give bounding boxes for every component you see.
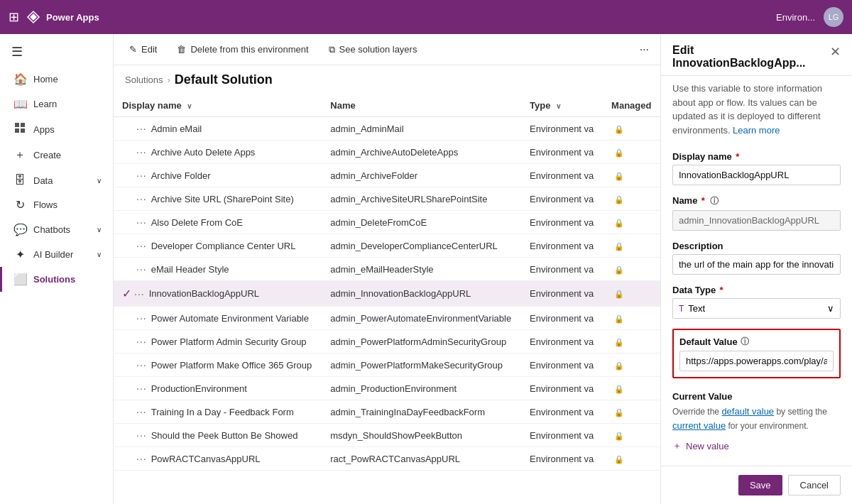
row-menu-button[interactable]: ··· — [136, 146, 147, 158]
breadcrumb-solutions-link[interactable]: Solutions — [125, 75, 163, 85]
cell-name: admin_AdminMail — [322, 117, 521, 141]
cell-name: admin_ArchiveAutoDeleteApps — [322, 141, 521, 164]
table-row[interactable]: ···Should the Peek Button Be Showedmsdyn… — [114, 424, 660, 447]
delete-button[interactable]: 🗑 Delete from this environment — [173, 41, 312, 57]
chevron-down-icon: ∨ — [97, 177, 102, 185]
table-row[interactable]: ···eMail Header Styleadmin_eMailHeaderSt… — [114, 258, 660, 281]
lock-icon: 🔒 — [614, 265, 624, 274]
cell-name: admin_PowerAutomateEnvironmentVariable — [322, 307, 521, 330]
data-type-select[interactable]: T Text ∨ — [672, 298, 841, 319]
col-display-name[interactable]: Display name ∨ — [114, 94, 322, 117]
display-name-value: Also Delete From CoE — [151, 217, 243, 228]
table-row[interactable]: ✓···InnovationBacklogAppURLadmin_Innovat… — [114, 281, 660, 307]
table-row[interactable]: ···Power Platform Admin Security Groupad… — [114, 330, 660, 354]
learn-more-link[interactable]: Learn more — [733, 125, 780, 136]
row-menu-button[interactable]: ··· — [136, 312, 147, 324]
default-value-input[interactable] — [679, 351, 834, 371]
more-button[interactable]: ··· — [640, 43, 649, 56]
display-name-value: Should the Peek Button Be Showed — [151, 430, 298, 441]
check-circle-icon: ✓ — [122, 287, 131, 300]
row-menu-button[interactable]: ··· — [136, 429, 147, 441]
table-row[interactable]: ···Developer Compliance Center URLadmin_… — [114, 234, 660, 258]
table-row[interactable]: ···PowRACTCanvasAppURLract_PowRACTCanvas… — [114, 447, 660, 471]
toolbar: ✎ Edit 🗑 Delete from this environment ⧉ … — [114, 34, 660, 65]
plus-icon: ＋ — [672, 439, 682, 452]
sidebar-item-home[interactable]: 🏠 Home — [0, 67, 113, 92]
sidebar-item-learn[interactable]: 📖 Learn — [0, 92, 113, 116]
edit-button[interactable]: ✎ Edit — [125, 41, 161, 57]
sidebar-hamburger[interactable]: ☰ — [0, 37, 113, 67]
row-menu-button[interactable]: ··· — [136, 263, 147, 275]
info-icon[interactable]: ⓘ — [741, 336, 749, 348]
table-row[interactable]: ···Archive Folderadmin_ArchiveFolderEnvi… — [114, 164, 660, 187]
cell-managed: 🔒 — [603, 187, 660, 211]
row-menu-button[interactable]: ··· — [136, 406, 147, 417]
sidebar-item-label: Home — [33, 74, 58, 84]
sidebar-item-create[interactable]: ＋ Create — [0, 142, 113, 168]
cell-type: Environment va — [521, 307, 603, 330]
table-row[interactable]: ···Power Automate Environment Variablead… — [114, 307, 660, 330]
current-value-label: Current Value — [672, 391, 841, 402]
current-value-link2[interactable]: current value — [672, 420, 726, 431]
table-row[interactable]: ···Also Delete From CoEadmin_DeleteFromC… — [114, 211, 660, 234]
delete-label: Delete from this environment — [190, 44, 308, 55]
ai-builder-icon: ✦ — [13, 248, 26, 261]
row-menu-button[interactable]: ··· — [136, 336, 147, 347]
sidebar-item-label: AI Builder — [33, 249, 73, 260]
row-menu-button[interactable]: ··· — [136, 383, 147, 394]
row-menu-button[interactable]: ··· — [134, 288, 145, 300]
cell-name: ract_PowRACTCanvasAppURL — [322, 447, 521, 471]
chevron-down-icon: ∨ — [97, 251, 102, 258]
apps-icon — [13, 122, 26, 136]
col-name: Name — [322, 94, 521, 117]
sidebar-item-label: Data — [33, 175, 53, 186]
save-button[interactable]: Save — [738, 475, 782, 495]
info-icon[interactable]: ⓘ — [710, 196, 719, 206]
row-menu-button[interactable]: ··· — [136, 217, 147, 228]
cancel-button[interactable]: Cancel — [788, 475, 841, 495]
table-row[interactable]: ···Training In a Day - Feedback Formadmi… — [114, 400, 660, 424]
sidebar-item-ai-builder[interactable]: ✦ AI Builder ∨ — [0, 242, 113, 267]
see-solution-layers-button[interactable]: ⧉ See solution layers — [324, 41, 422, 58]
table-row[interactable]: ···Admin eMailadmin_AdminMailEnvironment… — [114, 117, 660, 141]
cell-type: Environment va — [521, 424, 603, 447]
panel-close-button[interactable]: ✕ — [830, 44, 841, 60]
sidebar-item-apps[interactable]: Apps — [0, 116, 113, 142]
lock-icon: 🔒 — [614, 455, 624, 464]
avatar[interactable]: LG — [824, 7, 843, 27]
row-menu-button[interactable]: ··· — [136, 240, 147, 251]
waffle-icon[interactable]: ⊞ — [9, 9, 19, 25]
current-value-link[interactable]: default value — [721, 406, 774, 417]
row-menu-button[interactable]: ··· — [136, 193, 147, 204]
lock-icon: 🔒 — [614, 361, 624, 370]
sidebar-item-data[interactable]: 🗄 Data ∨ — [0, 168, 113, 192]
table-row[interactable]: ···Power Platform Make Office 365 Groupa… — [114, 354, 660, 377]
add-new-value-button[interactable]: ＋ New value — [672, 437, 841, 455]
sidebar-item-flows[interactable]: ↻ Flows — [0, 192, 113, 217]
cell-type: Environment va — [521, 234, 603, 258]
table-row[interactable]: ···ProductionEnvironmentadmin_Production… — [114, 377, 660, 400]
cell-type: Environment va — [521, 377, 603, 400]
table-row[interactable]: ···Archive Site URL (SharePoint Site)adm… — [114, 187, 660, 211]
topbar: ⊞ Power Apps Environ... LG — [0, 0, 852, 34]
sidebar-item-label: Apps — [33, 124, 55, 135]
sidebar-item-solutions[interactable]: ⬜ Solutions — [0, 267, 113, 292]
display-name-input[interactable] — [672, 165, 841, 185]
data-type-value: Text — [688, 303, 705, 314]
display-name-value: Power Platform Admin Security Group — [151, 336, 307, 347]
description-input[interactable] — [672, 254, 841, 275]
table-row[interactable]: ···Archive Auto Delete Appsadmin_Archive… — [114, 141, 660, 164]
sidebar-item-chatbots[interactable]: 💬 Chatbots ∨ — [0, 217, 113, 242]
layers-icon: ⧉ — [329, 44, 335, 55]
data-type-field: Data Type * T Text ∨ — [672, 285, 841, 319]
cell-managed: 🔒 — [603, 281, 660, 307]
row-menu-button[interactable]: ··· — [136, 453, 147, 464]
col-type[interactable]: Type ∨ — [521, 94, 603, 117]
row-menu-button[interactable]: ··· — [136, 359, 147, 371]
cell-type: Environment va — [521, 258, 603, 281]
cell-type: Environment va — [521, 164, 603, 187]
row-menu-button[interactable]: ··· — [136, 123, 147, 134]
row-menu-button[interactable]: ··· — [136, 170, 147, 181]
lock-icon: 🔒 — [614, 242, 624, 251]
description-label: Description — [672, 241, 841, 251]
